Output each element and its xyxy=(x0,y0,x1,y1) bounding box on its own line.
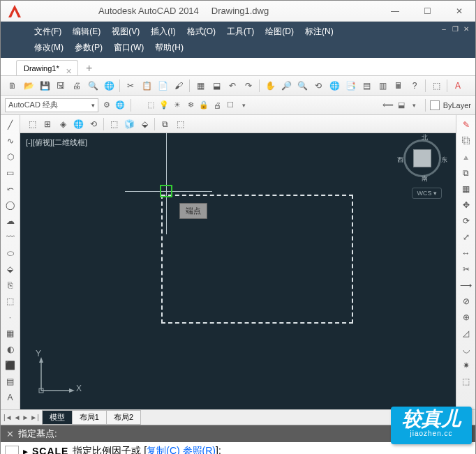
doctab-add-button[interactable]: + xyxy=(82,61,96,75)
layout-tab-1[interactable]: 布局1 xyxy=(72,410,107,425)
layer-filter-icon[interactable]: ⬚ xyxy=(144,99,157,112)
3dorbit-button[interactable]: 🌐 xyxy=(327,78,342,93)
text-style-button[interactable]: A xyxy=(450,78,466,93)
saveas-button[interactable]: 🖫 xyxy=(53,78,68,93)
calc-button[interactable]: 🖩 xyxy=(391,78,406,93)
chamfer-tool[interactable]: ◿ xyxy=(459,326,474,341)
trim-tool[interactable]: ✂ xyxy=(459,262,474,277)
table-tool[interactable]: ▤ xyxy=(3,374,18,389)
line-tool[interactable]: ╱ xyxy=(3,117,18,133)
explode-tool[interactable]: ✷ xyxy=(459,358,474,373)
copy-button[interactable]: 📋 xyxy=(139,78,154,93)
nav-last-icon[interactable]: ►| xyxy=(30,414,39,421)
rectangle-tool[interactable]: ▭ xyxy=(3,165,18,181)
layer-state-icon[interactable]: ⬓ xyxy=(395,99,408,112)
menu-help[interactable]: 帮助(H) xyxy=(149,40,189,56)
make-block-tool[interactable]: ⬚ xyxy=(3,294,18,309)
print-button[interactable]: 🖨 xyxy=(69,78,84,93)
stretch-tool[interactable]: ↔ xyxy=(459,245,474,261)
menu-window[interactable]: 窗口(W) xyxy=(108,40,149,56)
pan-button[interactable]: ✋ xyxy=(262,78,278,93)
paste-button[interactable]: 📄 xyxy=(155,78,170,93)
extend-tool[interactable]: ⟶ xyxy=(459,278,474,293)
matchprop-button[interactable]: 🖌 xyxy=(171,78,186,93)
color-swatch[interactable] xyxy=(430,100,440,110)
ellipse-tool[interactable]: ⬭ xyxy=(3,245,18,261)
zoomprev-button[interactable]: ⟲ xyxy=(311,78,326,93)
nav-first-icon[interactable]: |◄ xyxy=(3,414,13,421)
erase-tool[interactable]: ✎ xyxy=(459,117,474,133)
join-tool[interactable]: ⊕ xyxy=(459,310,474,325)
arc-tool[interactable]: ⤺ xyxy=(3,181,18,197)
save-button[interactable]: 💾 xyxy=(37,78,52,93)
insert-block-tool[interactable]: ⎘ xyxy=(3,278,18,293)
ws-globe-icon[interactable]: 🌐 xyxy=(114,99,126,112)
menu-dimension[interactable]: 标注(N) xyxy=(299,24,339,40)
menu-draw[interactable]: 绘图(D) xyxy=(260,24,299,40)
vp-box2-button[interactable]: 🧊 xyxy=(121,116,137,132)
nav-next-icon[interactable]: ► xyxy=(22,414,29,421)
preview-button[interactable]: 🔍 xyxy=(85,78,101,93)
fillet-tool[interactable]: ◡ xyxy=(459,342,474,357)
menu-modify[interactable]: 修改(M) xyxy=(29,40,69,56)
cmd-close-icon[interactable]: ✕ xyxy=(6,429,14,439)
circle-tool[interactable]: ◯ xyxy=(3,197,18,213)
ellipse-arc-tool[interactable]: ⬙ xyxy=(3,262,18,277)
vp-more2-button[interactable]: ⬚ xyxy=(172,116,188,132)
redo-button[interactable]: ↷ xyxy=(241,78,256,93)
copy-tool[interactable]: ⿻ xyxy=(459,133,474,149)
nav-prev-icon[interactable]: ◄ xyxy=(14,414,21,421)
layer-state-dropdown-icon[interactable]: ▾ xyxy=(408,99,421,112)
vp-more1-button[interactable]: ⧉ xyxy=(157,116,172,132)
drawing-canvas[interactable]: [-][俯视][二维线框] 端点 北 南 东 西 WCS ▾ xyxy=(20,133,456,409)
offset-tool[interactable]: ⧉ xyxy=(459,165,474,181)
maximize-button[interactable]: ☐ xyxy=(411,1,443,22)
extra-mod-tool[interactable]: ⬚ xyxy=(459,374,474,389)
point-tool[interactable]: · xyxy=(3,310,18,325)
ws-gear-icon[interactable]: ⚙ xyxy=(101,99,113,112)
block-button[interactable]: ▦ xyxy=(193,78,208,93)
mtext-tool[interactable]: A xyxy=(3,390,18,405)
move-tool[interactable]: ✥ xyxy=(459,197,474,213)
zoom-button[interactable]: 🔎 xyxy=(278,78,294,93)
gradient-tool[interactable]: ◐ xyxy=(3,342,18,357)
polygon-tool[interactable]: ⬡ xyxy=(3,149,18,165)
mdi-close-icon[interactable]: ✕ xyxy=(461,24,471,33)
vp-orbit-button[interactable]: 🌐 xyxy=(70,116,86,132)
pline-tool[interactable]: ∿ xyxy=(3,133,18,149)
extra1-button[interactable]: ⬚ xyxy=(429,78,444,93)
sheet-button[interactable]: 📑 xyxy=(343,78,358,93)
vp-prev-button[interactable]: ⟲ xyxy=(86,116,101,132)
layout-tab-model[interactable]: 模型 xyxy=(42,410,73,425)
vp-box3-button[interactable]: ⬙ xyxy=(137,116,152,132)
layer-lightbulb-icon[interactable]: 💡 xyxy=(158,99,170,112)
revcloud-tool[interactable]: ☁ xyxy=(3,213,18,229)
vp-iso-button[interactable]: ◈ xyxy=(55,116,70,132)
menu-tools[interactable]: 工具(T) xyxy=(221,24,260,40)
cut-button[interactable]: ✂ xyxy=(123,78,138,93)
array-tool[interactable]: ▦ xyxy=(459,181,474,197)
menu-parametric[interactable]: 参数(P) xyxy=(69,40,108,56)
rotate-tool[interactable]: ⟳ xyxy=(459,213,474,229)
workspace-dropdown[interactable]: AutoCAD 经典 ▾ xyxy=(5,98,98,112)
doctab-close-icon[interactable]: ✕ xyxy=(66,63,72,79)
viewcube[interactable]: 北 南 东 西 xyxy=(401,137,443,179)
palette-button[interactable]: ▤ xyxy=(359,78,374,93)
mirror-tool[interactable]: ⟁ xyxy=(459,149,474,165)
layer-lock-icon[interactable]: 🔒 xyxy=(198,99,210,112)
vp-views-button[interactable]: ⊞ xyxy=(40,116,55,132)
new-button[interactable]: 🗎 xyxy=(5,78,20,93)
layout-tab-2[interactable]: 布局2 xyxy=(106,410,141,425)
zoomwin-button[interactable]: 🔍 xyxy=(295,78,310,93)
vp-2d-button[interactable]: ⬚ xyxy=(24,116,40,132)
menu-file[interactable]: 文件(F) xyxy=(29,24,67,40)
scale-tool[interactable]: ⤢ xyxy=(459,229,474,245)
menu-view[interactable]: 视图(V) xyxy=(106,24,145,40)
layer-sun-icon[interactable]: ☀ xyxy=(171,99,184,112)
menu-edit[interactable]: 编辑(E) xyxy=(67,24,106,40)
break-tool[interactable]: ⊘ xyxy=(459,294,474,309)
viewcube-face[interactable] xyxy=(413,149,431,167)
wcs-label[interactable]: WCS ▾ xyxy=(412,188,442,199)
undo-button[interactable]: ↶ xyxy=(225,78,240,93)
publish-button[interactable]: 🌐 xyxy=(101,78,117,93)
